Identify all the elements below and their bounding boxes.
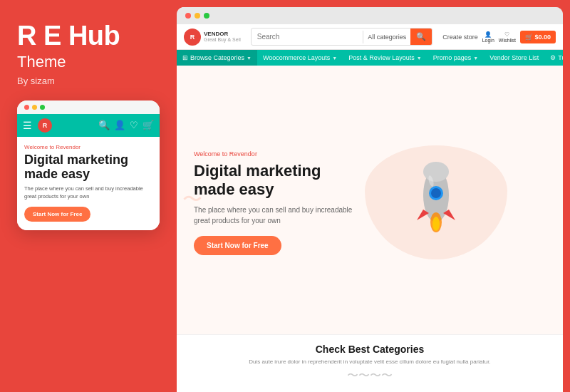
hero-cta-button[interactable]: Start Now for Free [194,236,281,255]
search-button[interactable]: 🔍 [410,29,432,45]
categories-title: Check Best Categories [194,344,546,355]
mobile-headline: Digital marketing made easy [24,153,152,182]
login-button[interactable]: 👤 Login [482,31,494,43]
grid-icon: ⊞ [182,54,188,61]
cart-button[interactable]: 🛒 $0.00 [520,31,556,43]
browser-mockup: R VENDOR Great Buy & Sell All categories… [177,7,563,392]
browser-dot-green [204,13,209,19]
wishlist-button[interactable]: ♡ Wishlist [499,31,516,43]
mobile-description: The place where you can sell and buy inc… [24,185,152,200]
hero-rocket-image [365,145,507,259]
user-icon: 👤 [484,31,492,38]
heart-icon[interactable]: ♡ [130,120,138,130]
search-bar: All categories 🔍 [251,28,432,46]
browser-dot-yellow [195,13,200,19]
svg-point-1 [423,162,449,182]
tutorials-menu[interactable]: ⚙ Tutorials [544,50,563,66]
browser-navbar: R VENDOR Great Buy & Sell All categories… [177,24,563,50]
mobile-top-bar [17,100,160,114]
rocket-svg [390,156,482,249]
mobile-cta-button[interactable]: Start Now for Free [24,207,90,222]
theme-author: By sizam [17,76,120,86]
gear-icon: ⚙ [550,54,556,61]
hero-text-block: Welcome to Revendor Digital marketing ma… [194,150,365,256]
search-categories-dropdown[interactable]: All categories [363,31,410,43]
mobile-nav-icons: 🔍 👤 ♡ 🛒 [98,120,154,130]
heart-icon: ♡ [504,31,509,38]
user-icon[interactable]: 👤 [114,120,125,130]
browser-content: R VENDOR Great Buy & Sell All categories… [177,24,563,392]
chevron-down-icon: ▼ [417,56,422,61]
vendor-tagline: Great Buy & Sell [204,37,241,43]
mobile-dot-red [24,105,29,110]
green-navigation: ⊞ Browse Categories ▼ Woocommerce Layout… [177,50,563,66]
theme-title-group: R E Hub Theme By sizam [17,21,120,86]
post-review-layouts-menu[interactable]: Post & Review Layouts ▼ [343,50,427,66]
hero-description: The place where you can sell and buy inc… [194,205,365,226]
chevron-down-icon: ▼ [247,56,252,61]
promo-pages-menu[interactable]: Promo pages ▼ [428,50,484,66]
theme-title: R E Hub [17,21,120,51]
mobile-nav-bar: ☰ R 🔍 👤 ♡ 🛒 [17,114,160,137]
vendor-logo-circle: R [184,29,201,46]
vendor-name: VENDOR [204,31,241,38]
chevron-down-icon: ▼ [473,56,478,61]
cart-icon[interactable]: 🛒 [142,120,154,130]
create-store-link[interactable]: Create store [442,33,478,41]
categories-section: Check Best Categories Duis aute irure do… [177,334,563,392]
browser-dot-red [185,13,191,19]
mobile-dot-green [40,105,45,110]
left-panel: R E Hub Theme By sizam ☰ R 🔍 👤 ♡ 🛒 Welco… [0,0,177,392]
categories-description: Duis aute irure dolor in reprehenderit i… [194,358,546,366]
hamburger-icon[interactable]: ☰ [23,120,32,131]
mobile-logo: R [38,118,52,133]
hero-welcome-text: Welcome to Revendor [194,150,365,158]
mobile-mockup: ☰ R 🔍 👤 ♡ 🛒 Welcome to Revendor Digital … [17,100,160,231]
chevron-down-icon: ▼ [332,56,337,61]
vendor-logo: R VENDOR Great Buy & Sell [184,29,241,46]
decorative-wave: 〜 [182,186,202,213]
nav-actions: Create store 👤 Login ♡ Wishlist 🛒 $0.00 [442,31,556,43]
search-input[interactable] [252,30,363,43]
decorative-squiggle: 〜〜〜〜 [194,368,546,383]
search-icon[interactable]: 🔍 [98,120,110,130]
vendor-logo-text: VENDOR Great Buy & Sell [204,31,241,43]
hero-section: 〜 Welcome to Revendor Digital marketing … [177,66,563,334]
mobile-welcome-text: Welcome to Revendor [24,144,152,150]
hero-headline: Digital marketing made easy [194,162,365,200]
browser-top-bar [177,7,563,24]
svg-point-7 [432,217,440,231]
mobile-content: Welcome to Revendor Digital marketing ma… [17,137,160,231]
vendor-store-list-menu[interactable]: Vendor Store List [484,50,544,66]
mobile-dot-yellow [32,105,37,110]
browse-categories-menu[interactable]: ⊞ Browse Categories ▼ [177,50,257,66]
svg-point-3 [431,188,441,198]
theme-subtitle: Theme [17,53,120,71]
woocommerce-layouts-menu[interactable]: Woocommerce Layouts ▼ [257,50,343,66]
